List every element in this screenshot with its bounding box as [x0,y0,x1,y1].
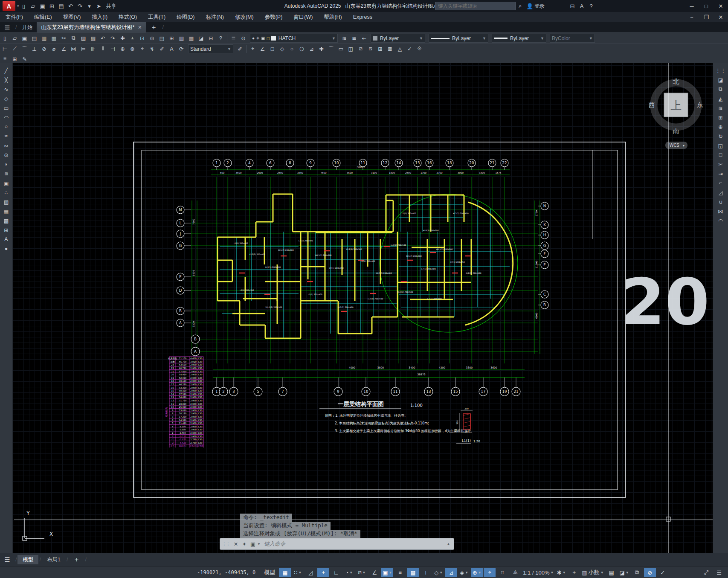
continue-icon[interactable]: ⊪ [88,44,98,53]
qat-dropdown-icon[interactable]: ▾ [85,1,94,11]
new-tab-button[interactable]: ＋ [146,23,161,32]
sheet-set-manager-icon[interactable]: ▦ [186,34,196,43]
recent-commands-icon[interactable]: ▣ [249,541,257,547]
fillet-icon[interactable]: ⧄ [356,44,365,53]
app-maximize-button[interactable]: □ [699,0,713,12]
scale-icon[interactable]: ◱ [716,141,725,150]
user-icon[interactable]: 👤 [525,1,534,11]
aligned-dimension-icon[interactable]: ⟋ [10,44,20,53]
dynamic-ucs-toggle[interactable]: ⊿ [445,568,457,577]
polar-tracking-toggle[interactable]: ◔▼ [343,568,355,577]
baseline-icon[interactable]: ⊨ [78,44,88,53]
snap-mode-toggle[interactable]: ∷▼ [292,568,304,577]
linetype-combo[interactable]: ByLayer ▼ [429,34,488,43]
3d-object-snap-toggle[interactable]: ◇▼ [432,568,444,577]
help-icon[interactable]: ? [216,34,226,43]
ellipse-arc-icon[interactable]: ◗ [1,160,11,169]
quick-properties-toggle[interactable]: ▤ [606,568,618,577]
login-label[interactable]: 登录 [534,3,545,10]
copy-icon[interactable]: ⧉ [716,84,725,94]
share-label[interactable]: 共享 [106,3,116,10]
pan-icon[interactable]: ✚ [118,34,128,43]
save-icon[interactable]: ▣ [20,34,29,43]
revision-cloud-icon[interactable]: ≈ [1,131,11,141]
arc-length-icon[interactable]: ⌒ [20,44,29,53]
properties-palette-icon[interactable]: ▤ [157,34,167,43]
menu-m[interactable]: 修改(M) [229,12,259,22]
quick-dimension-icon[interactable]: ⋈ [69,44,78,53]
snap-to-center-icon[interactable]: □ [267,44,277,53]
lineweight-combo[interactable]: ByLayer ▼ [492,34,546,43]
gizmo-toggle[interactable]: ⊕▼ [471,568,483,577]
redo-icon[interactable]: ↷ [108,34,118,43]
autodesk-a-icon[interactable]: A [577,1,586,11]
object-snap-tracking-toggle[interactable]: ∠ [368,568,380,577]
snap-to-quadrant-icon[interactable]: ○ [287,44,297,53]
cart-icon[interactable]: ⊟ [568,1,577,11]
color-combo[interactable]: ByLayer ▼ [371,34,425,43]
mirror-tool-icon[interactable]: ◬ [395,44,405,53]
snap-to-perpendicular-icon[interactable]: ⌒ [326,44,336,53]
line-icon[interactable]: ╱ [1,66,11,75]
close-icon[interactable]: ✕ [232,541,240,547]
diameter-icon[interactable]: ⌀ [49,44,59,53]
trim-icon[interactable]: ✂ [716,160,725,169]
autoscale-toggle[interactable]: ⌗ [496,568,508,577]
ellipse-icon[interactable]: ⊙ [1,150,11,160]
chamfer-icon[interactable]: ⧅ [365,44,375,53]
open-file-icon[interactable]: ▱ [29,1,38,11]
annotation-visibility-toggle[interactable]: ⌖ [484,568,496,577]
transparency-toggle[interactable]: ▩ [407,568,419,577]
dim-style-icon[interactable]: ✐ [235,44,245,53]
menu-h[interactable]: 帮助(H) [318,12,347,22]
app-close-button[interactable]: ✕ [713,0,728,12]
chevron-down-icon[interactable]: ▼ [329,36,336,41]
fillet-corner-icon[interactable]: ⌐ [716,178,725,188]
chevron-down-icon[interactable]: ▼ [417,36,423,41]
layer-lock-icon[interactable]: ◻ [266,36,270,41]
color-dot-icon[interactable]: ● [1,244,11,253]
plot-icon[interactable]: ▤ [29,34,39,43]
inspect-icon[interactable]: ⌖ [137,44,147,53]
snap-to-extension-icon[interactable]: ⊿ [307,44,316,53]
ordinate-icon[interactable]: ⊥ [29,44,39,53]
chevron-down-icon[interactable]: ▼ [480,36,486,41]
menu-w[interactable]: 窗口(W) [288,12,318,22]
create-block-icon[interactable]: ▣ [1,178,11,188]
copy-clip-icon[interactable]: ⧉ [69,34,78,43]
menu-i[interactable]: 插入(I) [86,12,113,22]
layer-on-icon[interactable]: ● [252,36,255,41]
search-icon[interactable]: ⌕ [516,1,525,11]
chevron-down-icon[interactable]: ▼ [257,542,261,546]
design-center-icon[interactable]: ⊞ [167,34,177,43]
redo-icon[interactable]: ↷ [75,1,85,11]
menu-t[interactable]: 工具(T) [142,12,171,22]
radius-icon[interactable]: ⊘ [39,44,49,53]
mirror-icon[interactable]: ◭ [716,94,725,103]
menu-v[interactable]: 视图(V) [58,12,87,22]
tab-close-icon[interactable]: ✕ [138,25,142,30]
rectangle-icon[interactable]: ▭ [1,103,11,113]
join-icon[interactable]: ∪ [716,197,725,206]
region-icon[interactable]: ▩ [1,216,11,225]
object-snap-toggle[interactable]: ▣▼ [381,568,393,577]
hatch-icon[interactable]: ▨ [1,197,11,206]
edit-text-icon[interactable]: ✎ [20,55,29,64]
plot-icon[interactable]: ▤ [57,1,66,11]
spline-icon[interactable]: ∾ [1,141,11,150]
chamfer-corner-icon[interactable]: ◿ [716,188,725,197]
autocad-logo[interactable]: A [3,1,15,11]
menu-o[interactable]: 格式(O) [113,12,142,22]
menu-express[interactable]: Express [348,12,378,22]
dimension-break-icon[interactable]: ⊣ [108,44,118,53]
model-space-button[interactable]: 模型 [261,568,278,577]
apply-icon[interactable]: ✓ [405,44,415,53]
array-icon[interactable]: ⊞ [716,113,725,122]
erase-icon[interactable]: ◪ [716,75,725,84]
angular-icon[interactable]: ∠ [59,44,69,53]
menu-f[interactable]: 文件(F) [0,12,29,22]
tab-start[interactable]: 开始 [17,22,37,32]
path-array-icon[interactable]: ⊠ [385,44,395,53]
stretch-icon[interactable]: □ [716,150,725,160]
grip-icon[interactable]: ⋮⋮ [716,66,725,75]
